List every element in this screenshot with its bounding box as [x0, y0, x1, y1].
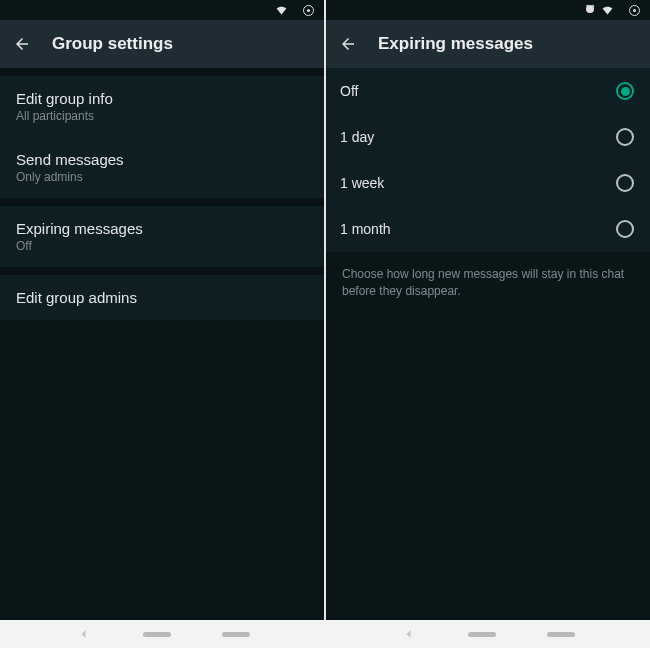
app-bar: Group settings: [0, 20, 324, 68]
group-settings-screen: Group settings Edit group info All parti…: [0, 0, 324, 620]
setting-edit-group-admins[interactable]: Edit group admins: [0, 275, 324, 320]
nav-home-button[interactable]: [468, 632, 496, 637]
setting-value: Only admins: [16, 170, 308, 184]
page-title: Group settings: [52, 34, 173, 54]
status-bar: [0, 0, 324, 20]
option-off[interactable]: Off: [326, 68, 650, 114]
wifi-icon: [275, 3, 288, 18]
options-list: Off 1 day 1 week 1 month Choose how long…: [326, 68, 650, 620]
option-label: 1 week: [340, 175, 384, 191]
nav-back-button[interactable]: [76, 626, 92, 642]
battery-icon: [303, 5, 314, 16]
help-text: Choose how long new messages will stay i…: [326, 252, 650, 314]
nav-home-button[interactable]: [143, 632, 171, 637]
expiring-messages-screen: Expiring messages Off 1 day 1 week 1 mon…: [326, 0, 650, 620]
option-label: Off: [340, 83, 358, 99]
nav-recents-button[interactable]: [222, 632, 250, 637]
setting-value: All participants: [16, 109, 308, 123]
option-label: 1 month: [340, 221, 391, 237]
back-button[interactable]: [338, 34, 358, 54]
settings-list: Edit group info All participants Send me…: [0, 68, 324, 620]
radio-icon: [616, 128, 634, 146]
app-bar: Expiring messages: [326, 20, 650, 68]
setting-value: Off: [16, 239, 308, 253]
page-title: Expiring messages: [378, 34, 533, 54]
option-label: 1 day: [340, 129, 374, 145]
radio-icon: [616, 82, 634, 100]
setting-edit-group-info[interactable]: Edit group info All participants: [0, 76, 324, 137]
setting-expiring-messages[interactable]: Expiring messages Off: [0, 206, 324, 267]
status-bar: [326, 0, 650, 20]
back-button[interactable]: [12, 34, 32, 54]
option-1-day[interactable]: 1 day: [326, 114, 650, 160]
battery-icon: [629, 5, 640, 16]
option-1-week[interactable]: 1 week: [326, 160, 650, 206]
nav-recents-button[interactable]: [547, 632, 575, 637]
setting-label: Edit group info: [16, 90, 308, 107]
radio-icon: [616, 220, 634, 238]
setting-send-messages[interactable]: Send messages Only admins: [0, 137, 324, 198]
system-nav-bars: [0, 620, 650, 648]
radio-icon: [616, 174, 634, 192]
alarm-icon: [584, 3, 596, 17]
setting-label: Edit group admins: [16, 289, 308, 306]
option-1-month[interactable]: 1 month: [326, 206, 650, 252]
wifi-icon: [601, 3, 614, 18]
setting-label: Send messages: [16, 151, 308, 168]
nav-back-button[interactable]: [401, 626, 417, 642]
setting-label: Expiring messages: [16, 220, 308, 237]
